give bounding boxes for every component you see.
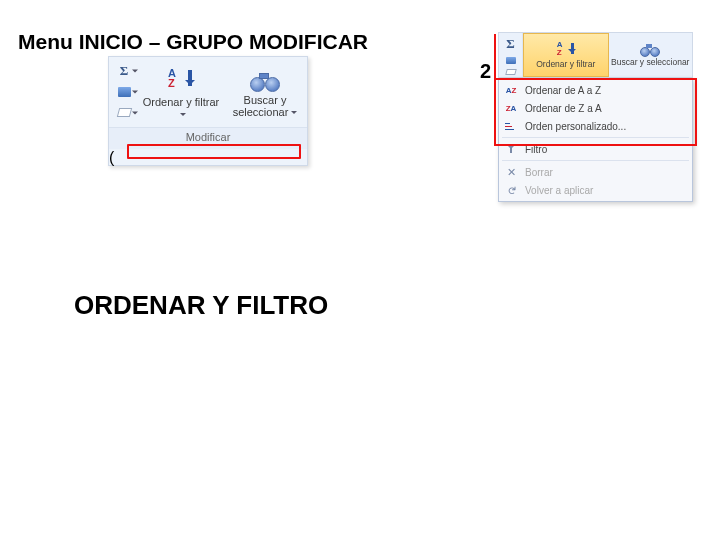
highlight-line-2 bbox=[494, 34, 496, 78]
sort-za-icon: ZA bbox=[503, 101, 519, 115]
custom-sort-icon bbox=[503, 119, 519, 133]
menu-separator bbox=[502, 160, 689, 161]
menu-item-filter[interactable]: Filtro bbox=[499, 140, 692, 158]
funnel-icon bbox=[503, 142, 519, 156]
fill-icon bbox=[118, 87, 131, 97]
find-select-button[interactable]: Buscar y seleccionar bbox=[223, 57, 307, 127]
menu-item-custom-sort[interactable]: Orden personalizado... bbox=[499, 117, 692, 135]
find-select-button[interactable]: Buscar y seleccionar bbox=[609, 33, 693, 77]
mini-ribbon: Σ AZ Ordenar y filtrar Buscar y seleccio… bbox=[498, 32, 693, 78]
sigma-icon[interactable]: Σ bbox=[506, 36, 515, 52]
sort-icon: AZ bbox=[168, 68, 194, 94]
menu-item-label: Filtro bbox=[525, 144, 547, 155]
section-subtitle: ORDENAR Y FILTRO bbox=[74, 290, 328, 321]
autosum-button[interactable]: Σ bbox=[113, 63, 135, 79]
sort-filter-label: Ordenar y filtrar bbox=[139, 96, 223, 120]
ribbon-side-buttons: Σ bbox=[109, 57, 139, 127]
clear-button[interactable] bbox=[113, 105, 135, 121]
clear-icon: ✕ bbox=[503, 165, 519, 179]
fill-button[interactable] bbox=[113, 84, 135, 100]
menu-item-label: Ordenar de A a Z bbox=[525, 85, 601, 96]
eraser-icon bbox=[116, 108, 131, 117]
menu-item-sort-za[interactable]: ZA Ordenar de Z a A bbox=[499, 99, 692, 117]
fill-icon[interactable] bbox=[506, 57, 516, 64]
group-caption: Modificar bbox=[109, 127, 307, 149]
slide-title: Menu INICIO – GRUPO MODIFICAR bbox=[18, 30, 368, 54]
sort-filter-dropdown-panel: Σ AZ Ordenar y filtrar Buscar y seleccio… bbox=[498, 32, 693, 202]
eraser-icon[interactable] bbox=[505, 69, 517, 75]
binoculars-icon bbox=[250, 70, 280, 92]
dropdown-menu: AZ Ordenar de A a Z ZA Ordenar de Z a A … bbox=[498, 78, 693, 202]
binoculars-icon bbox=[640, 43, 660, 57]
sort-filter-label: Ordenar y filtrar bbox=[536, 60, 595, 69]
sort-filter-button[interactable]: AZ Ordenar y filtrar bbox=[139, 57, 223, 127]
mini-side: Σ bbox=[499, 33, 523, 77]
callout-2: 2 bbox=[480, 60, 491, 83]
sort-filter-button-active[interactable]: AZ Ordenar y filtrar bbox=[523, 33, 609, 77]
menu-item-label: Volver a aplicar bbox=[525, 185, 593, 196]
menu-item-clear: ✕ Borrar bbox=[499, 163, 692, 181]
sigma-icon: Σ bbox=[120, 63, 129, 79]
menu-item-label: Ordenar de Z a A bbox=[525, 103, 602, 114]
menu-item-label: Orden personalizado... bbox=[525, 121, 626, 132]
menu-separator bbox=[502, 137, 689, 138]
menu-item-label: Borrar bbox=[525, 167, 553, 178]
find-select-label: Buscar y seleccionar bbox=[611, 58, 689, 67]
find-select-label: Buscar y seleccionar bbox=[223, 94, 307, 118]
reapply-icon: ↻ bbox=[503, 183, 519, 197]
sort-az-icon: AZ bbox=[503, 83, 519, 97]
ribbon-group-modificar: Σ AZ Ordenar y filtrar Buscar y seleccio… bbox=[108, 56, 308, 166]
sort-icon: AZ bbox=[557, 41, 575, 59]
menu-item-sort-az[interactable]: AZ Ordenar de A a Z bbox=[499, 81, 692, 99]
menu-item-reapply: ↻ Volver a aplicar bbox=[499, 181, 692, 199]
